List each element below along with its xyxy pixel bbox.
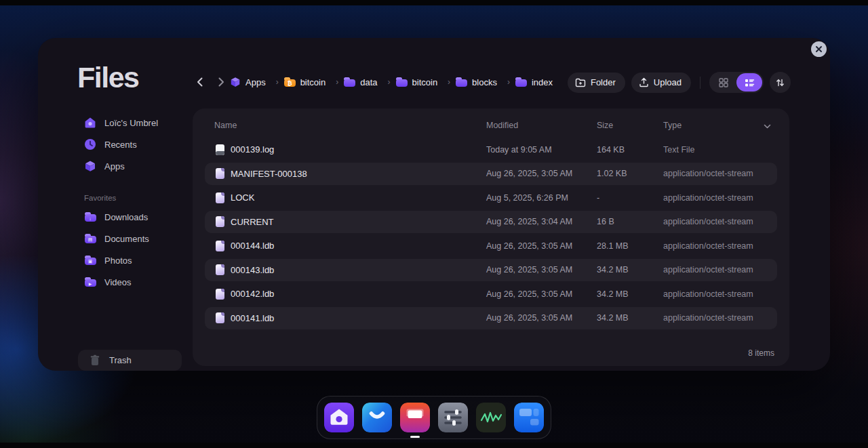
breadcrumb-separator: › [336,77,338,87]
sidebar-item-trash[interactable]: Trash [78,350,182,371]
dock-item-widgets[interactable] [514,403,544,432]
sidebar-item-apps[interactable]: Apps [84,155,193,177]
sidebar-item-label: Apps [104,161,125,171]
file-type: Text File [663,145,766,155]
chevron-down-icon [764,124,771,129]
clock-icon [84,138,96,150]
table-row[interactable]: 000142.ldb Aug 26, 2025, 3:05 AM 34.2 MB… [205,283,777,306]
breadcrumb-separator: › [507,77,510,87]
sidebar-favorite-label: Photos [104,256,132,266]
list-view-button[interactable] [736,73,762,91]
file-size: 1.02 KB [597,169,663,178]
file-size: 34.2 MB [597,265,663,274]
file-type: application/octet-stream [663,169,766,178]
close-icon [815,45,823,53]
sidebar-places: Loïc's Umbrel Recents Apps [84,112,193,177]
new-folder-button[interactable]: Folder [568,73,625,93]
breadcrumb-label: index [532,77,553,87]
dock-item-home[interactable] [324,403,354,432]
grid-view-button[interactable] [711,73,736,91]
dock-item-settings[interactable] [438,403,468,432]
sidebar-favorite-item[interactable]: Documents [84,228,193,249]
table-row[interactable]: 000144.ldb Aug 26, 2025, 3:05 AM 28.1 MB… [205,235,777,258]
file-name: 000143.ldb [231,265,274,275]
sort-arrows-icon [776,78,785,87]
breadcrumb-separator: › [388,77,391,87]
file-modified: Aug 26, 2025, 3:05 AM [486,169,597,178]
folder-icon [515,77,527,87]
folder-icon [344,77,355,87]
file-size: 28.1 MB [597,241,663,251]
back-button[interactable] [192,73,207,91]
breadcrumb-item[interactable]: ₿ bitcoin › [284,77,344,87]
file-modified: Aug 26, 2025, 3:05 AM [486,313,597,323]
breadcrumb-label: blocks [472,77,497,87]
file-list-panel: Name Modified Size Type 000139.log To [193,108,789,366]
close-window-button[interactable] [811,41,827,57]
top-letterbox-bar [0,0,868,5]
toolbar-divider [700,77,701,89]
file-type: application/octet-stream [663,313,766,323]
breadcrumb-item[interactable]: ₿ bitcoin › [396,77,456,87]
forward-button[interactable] [214,73,229,91]
table-row[interactable]: MANIFEST-000138 Aug 26, 2025, 3:05 AM 1.… [205,163,777,186]
sort-direction-toggle[interactable] [764,119,780,131]
breadcrumb: ₿ Apps › ₿ bitcoin › [230,73,553,91]
document-file-icon [216,312,224,323]
cube-icon [84,160,96,172]
column-header-size[interactable]: Size [597,121,663,130]
sidebar-favorite-item[interactable]: Photos [84,249,193,271]
toolbar-actions: Folder Upload [568,72,791,93]
sidebar-favorite-label: Downloads [104,212,148,222]
file-size: 34.2 MB [597,313,663,323]
dock [317,396,551,439]
sort-button[interactable] [770,72,791,93]
files-app-icon [400,403,430,432]
dock-item-app-store[interactable] [362,403,392,432]
breadcrumb-label: Apps [245,77,266,87]
column-header-type[interactable]: Type [663,121,764,130]
breadcrumb-separator: › [448,77,450,87]
system-monitor-icon [476,403,506,432]
breadcrumb-item[interactable]: ₿ data › [344,77,395,87]
file-modified: Today at 9:05 AM [486,145,597,155]
file-size: 164 KB [597,145,663,155]
column-header-modified[interactable]: Modified [486,121,597,130]
chevron-left-icon [197,77,203,87]
breadcrumb-label: bitcoin [412,77,438,87]
dock-item-files[interactable] [400,403,430,432]
column-header-name[interactable]: Name [214,121,486,130]
file-name: 000142.ldb [231,289,274,299]
breadcrumb-item[interactable]: ₿ Apps › [230,77,284,87]
table-row[interactable]: 000139.log Today at 9:05 AM 164 KB Text … [205,138,777,161]
table-row[interactable]: LOCK Aug 5, 2025, 6:26 PM - application/… [205,186,777,209]
document-file-icon [216,192,224,203]
new-folder-label: Folder [591,77,616,87]
table-row[interactable]: CURRENT Aug 26, 2025, 3:04 AM 16 B appli… [205,211,777,234]
sidebar-item-home[interactable]: Loïc's Umbrel [84,112,193,134]
breadcrumb-item[interactable]: ₿ blocks › [456,77,515,87]
file-name: MANIFEST-000138 [231,169,307,179]
folder-plus-icon [575,78,586,87]
table-row[interactable]: 000141.ldb Aug 26, 2025, 3:05 AM 34.2 MB… [205,307,777,330]
upload-button[interactable]: Upload [631,73,691,93]
sidebar-favorites: Downloads Documents Photos Video [84,206,193,293]
document-file-icon [216,168,224,179]
breadcrumb-item[interactable]: ₿ index › [515,77,553,87]
document-file-icon [216,241,224,251]
sidebar-item-label: Loïc's Umbrel [104,118,158,128]
file-name: 000141.ldb [231,313,274,323]
grid-view-icon [719,78,728,87]
file-name: LOCK [231,192,254,203]
sidebar-favorite-item[interactable]: Downloads [84,206,193,228]
sidebar-item-label: Recents [104,140,137,150]
file-type: application/octet-stream [663,193,766,203]
history-nav [192,73,229,91]
dock-item-system-monitor[interactable] [476,403,506,432]
file-type: application/octet-stream [663,217,766,226]
table-row[interactable]: 000143.ldb Aug 26, 2025, 3:05 AM 34.2 MB… [205,259,777,282]
sidebar-item-recents[interactable]: Recents [84,134,193,155]
document-file-icon [216,264,224,275]
sidebar-favorite-item[interactable]: Videos [84,271,193,293]
document-file-icon [216,289,224,300]
